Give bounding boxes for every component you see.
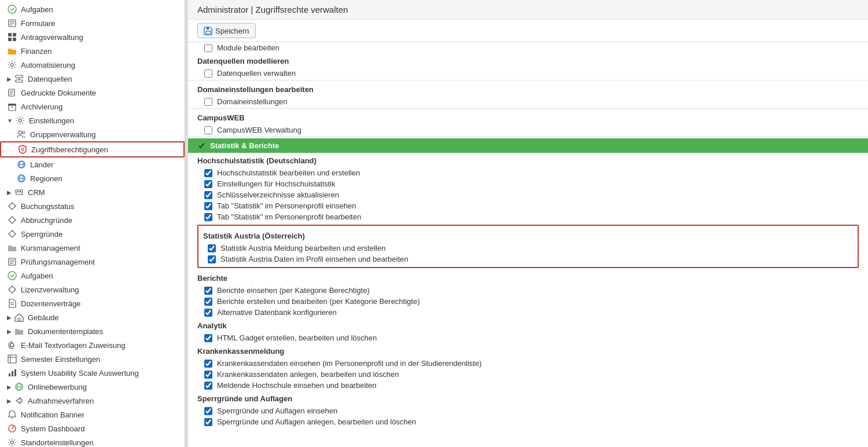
sidebar-item-formulare[interactable]: Formulare — [0, 16, 185, 30]
sidebar-item-dokumententemplates[interactable]: ▶ Dokumententemplates — [0, 324, 185, 338]
sidebar-item-onlinebewerbung[interactable]: ▶ Onlinebewerbung — [0, 380, 185, 394]
sidebar-item-label: E-Mail Textvorlagen Zuweisung — [21, 341, 125, 350]
cw1-item: CampusWEB Verwaltung — [188, 124, 868, 135]
gear-icon — [7, 60, 17, 70]
sidebar-item-sperrgründe[interactable]: Sperrgründe — [0, 227, 185, 241]
sidebar-item-gebaeude[interactable]: ▶ Gebäude — [0, 310, 185, 324]
sidebar-item-regionen[interactable]: Regionen — [0, 171, 185, 185]
sidebar-item-lizenzverwaltung[interactable]: Lizenzverwaltung — [0, 283, 185, 296]
sidebar-item-label: Dozentenverträge — [21, 299, 80, 308]
section-krankenkassenmeldung: Krankenkassenmeldung Krankenkassendaten … — [188, 343, 868, 391]
svg-marker-32 — [9, 217, 16, 223]
sidebar-item-gruppenverwaltung[interactable]: Gruppenverwaltung — [0, 127, 185, 141]
hs1-checkbox[interactable] — [204, 169, 212, 177]
sa2-checkbox[interactable] — [208, 255, 216, 263]
sidebar-item-system-usability[interactable]: System Usability Scale Auswertung — [0, 366, 185, 380]
svg-rect-7 — [8, 38, 12, 41]
sidebar-item-laender[interactable]: Länder — [0, 157, 185, 171]
hs1-label: Hochschulstatistik bearbeiten und erstel… — [217, 168, 360, 177]
save-button-label: Speichern — [215, 27, 249, 35]
task-icon — [7, 4, 17, 14]
b1-label: Berichte einsehen (per Kategorie Berecht… — [217, 286, 370, 295]
toolbar: Speichern — [188, 20, 868, 42]
a1-checkbox[interactable] — [204, 334, 212, 342]
sg2-item: Sperrgründe und Auflagen anlegen, bearbe… — [188, 416, 868, 427]
sidebar-item-abbruchgruende[interactable]: Abbruchgründe — [0, 213, 185, 227]
sidebar-item-archivierung[interactable]: Archivierung — [0, 100, 185, 113]
sg2-checkbox[interactable] — [204, 418, 212, 426]
hs3-label: Schlüsselverzeichnisse aktualisieren — [217, 190, 339, 199]
sidebar-item-email-textvorlagen[interactable]: E-Mail Textvorlagen Zuweisung — [0, 338, 185, 352]
sidebar-item-antragsverwaltung[interactable]: Antragsverwaltung — [0, 30, 185, 44]
home-icon — [14, 312, 24, 323]
dv1-checkbox[interactable] — [204, 69, 212, 78]
sidebar-item-aufgaben[interactable]: Aufgaben — [0, 2, 185, 16]
section-analytik: Analytik HTML Gadget erstellen, bearbeit… — [188, 318, 868, 343]
sidebar-item-automatisierung[interactable]: Automatisierung — [0, 58, 185, 72]
b1-checkbox[interactable] — [204, 287, 212, 295]
sidebar-item-pruefungsmanagement[interactable]: Prüfungsmanagement — [0, 255, 185, 269]
sidebar-item-finanzen[interactable]: Finanzen — [0, 44, 185, 58]
sidebar-item-label: Einstellungen — [29, 116, 74, 125]
cw1-checkbox[interactable] — [204, 126, 212, 134]
de1-checkbox[interactable] — [204, 98, 212, 106]
hs5-label: Tab "Statistik" im Personenprofil bearbe… — [217, 212, 361, 221]
sg1-item: Sperrgründe und Auflagen einsehen — [188, 405, 868, 416]
section-campusweb: CampusWEB CampusWEB Verwaltung — [188, 110, 868, 135]
hs2-checkbox[interactable] — [204, 180, 212, 188]
diamond-icon — [7, 201, 17, 211]
sidebar-item-label: Formulare — [21, 19, 55, 28]
main-content: Administrator | Zugriffsrechte verwalten… — [188, 0, 868, 447]
hs3-checkbox[interactable] — [204, 191, 212, 199]
sidebar-item-buchungsstatus[interactable]: Buchungsstatus — [0, 199, 185, 213]
globe3-icon — [14, 382, 24, 392]
sidebar-item-label: System Dashboard — [21, 424, 85, 433]
sidebar-item-aufgaben2[interactable]: Aufgaben — [0, 269, 185, 283]
sa1-checkbox[interactable] — [208, 244, 216, 252]
shield-icon — [17, 144, 28, 155]
svg-rect-10 — [16, 75, 23, 78]
sidebar-item-zugriffsberechtigungen[interactable]: Zugriffsberechtigungen — [0, 141, 185, 157]
diamond2-icon — [7, 215, 17, 225]
kk3-checkbox[interactable] — [204, 382, 212, 390]
dashboard-icon — [7, 423, 17, 434]
b3-checkbox[interactable] — [204, 309, 212, 317]
hs5-checkbox[interactable] — [204, 213, 212, 221]
hs4-label: Tab "Statistik" im Personenprofil einseh… — [217, 201, 356, 210]
sidebar-item-aufnahmeverfahren[interactable]: ▶ Aufnahmeverfahren — [0, 394, 185, 408]
hs2-item: Einstellungen für Hochschulstatistik — [188, 178, 868, 189]
sidebar-item-semester-einstellungen[interactable]: Semester Einstellungen — [0, 352, 185, 366]
sidebar-item-einstellungen[interactable]: ▼ Einstellungen — [0, 113, 185, 127]
form-icon — [7, 18, 17, 28]
sg1-label: Sperrgründe und Auflagen einsehen — [217, 406, 337, 415]
sidebar-item-system-dashboard[interactable]: System Dashboard — [0, 422, 185, 435]
bell-icon — [7, 409, 17, 420]
kk1-checkbox[interactable] — [204, 360, 212, 368]
sidebar-item-dozentenvertraege[interactable]: Dozentenverträge — [0, 296, 185, 310]
svg-rect-5 — [8, 33, 12, 36]
sidebar-item-datenquellen[interactable]: ▶ Datenquellen — [0, 72, 185, 86]
svg-marker-39 — [9, 286, 16, 293]
sidebar-item-standorteinstellungen[interactable]: Standorteinstellungen — [0, 435, 185, 447]
statistik-berichte-bar[interactable]: Statistik & Berichte — [188, 138, 868, 153]
hs4-checkbox[interactable] — [204, 202, 212, 210]
svg-point-57 — [11, 441, 14, 444]
b2-checkbox[interactable] — [204, 298, 212, 306]
sidebar-item-label: Datenquellen — [28, 75, 72, 83]
hs1-item: Hochschulstatistik bearbeiten und erstel… — [188, 167, 868, 178]
module-bearbeiten-checkbox[interactable] — [204, 44, 212, 52]
section-label-sperrgruende: Sperrgründe und Auflagen — [188, 391, 868, 405]
kk2-checkbox[interactable] — [204, 371, 212, 379]
save-button[interactable]: Speichern — [197, 23, 256, 38]
hs4-item: Tab "Statistik" im Personenprofil einseh… — [188, 200, 868, 211]
sidebar-item-kursmanagement[interactable]: Kursmanagement — [0, 241, 185, 255]
folder2-icon — [7, 243, 17, 253]
location-gear-icon — [7, 437, 17, 447]
sidebar-item-gedruckte-dokumente[interactable]: Gedruckte Dokumente — [0, 86, 185, 100]
section-label-statistik-austria: Statistik Austria (Österreich) — [198, 228, 858, 243]
sg1-checkbox[interactable] — [204, 407, 212, 415]
sidebar-item-crm[interactable]: ▶ CRM — [0, 185, 185, 199]
svg-rect-49 — [14, 369, 16, 376]
sidebar-item-notification-banner[interactable]: Notification Banner — [0, 408, 185, 422]
statistik-berichte-checkbox[interactable] — [197, 142, 205, 150]
